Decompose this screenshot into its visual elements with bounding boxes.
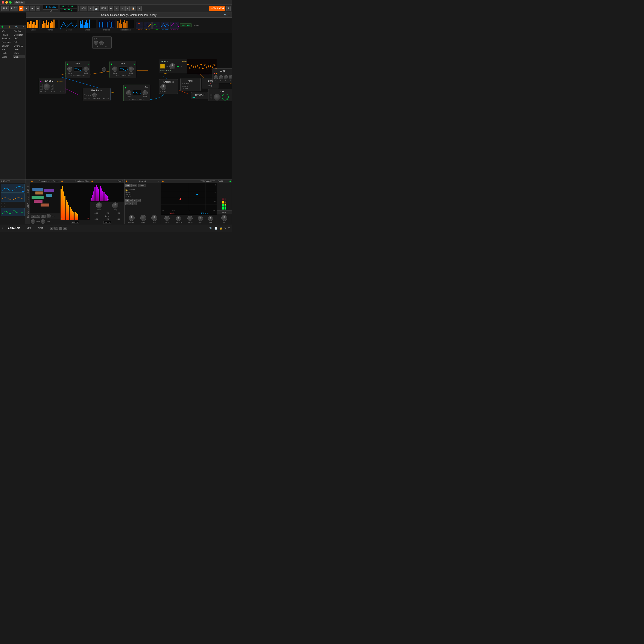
adsr-a-knob[interactable] [214,75,218,79]
sine1-module[interactable]: Sine +1 Skew Fo [65,61,90,78]
svf-knob[interactable] [214,94,220,100]
saw-preview[interactable]: Ø Saw [144,22,152,29]
sidebar-lock-icon[interactable]: 🔒 [8,26,11,28]
env-a-knob[interactable] [94,41,98,45]
sharpness-module[interactable]: Sharpness -6.6 dB [159,79,178,94]
freq-lo[interactable]: 200 Hz [71,221,79,223]
sidebar-item-display[interactable]: Display [13,30,25,33]
status-file-icon[interactable]: 📄 [214,227,217,230]
loop-button[interactable]: ↻ [36,6,40,11]
window-preview[interactable]: Ø Window [170,22,179,29]
pr-block-5[interactable] [44,189,54,192]
copy-button[interactable]: ⎘ [125,6,130,11]
project-thumb-2[interactable] [1,193,25,202]
sidebar-item-mix[interactable]: Mix [1,48,13,51]
sidebar-item-filter[interactable]: Filter [13,41,25,44]
piano-button[interactable]: 🎹 [93,6,99,11]
tm-pitch-knob[interactable] [164,216,170,221]
edit-button[interactable]: EDIT [100,6,108,11]
sidebar-item-pitch[interactable]: Pitch [1,52,13,55]
sag-knob[interactable] [112,202,118,208]
record-button[interactable]: ⏺ [30,6,35,11]
adsr-module[interactable]: ADSR A D S R [213,68,232,83]
bias-knob[interactable] [96,202,102,208]
lfo-knob[interactable] [44,84,50,90]
svf-module[interactable]: SVF ∿ ↗ 2.09 kHz [208,89,232,101]
mixer-module[interactable]: Mixer S 18.0 % -35.5 % -18.2 dB [180,78,201,91]
pr-block-1[interactable] [32,188,43,191]
tm-mix-knob[interactable] [208,216,213,221]
wet-gain-knob[interactable] [129,215,135,221]
stop-button[interactable]: ■ [24,6,29,11]
amp-spectrum[interactable]: L M H [60,183,90,220]
triggers-display[interactable]: Triggers N = 4 [98,20,115,29]
freq-hi[interactable]: 780 Hz [103,221,111,224]
sidebar-item-delayfx[interactable]: Delay/FX [13,44,25,47]
mix-knob[interactable] [151,215,157,221]
minimize-button[interactable] [5,1,8,4]
sine3-skew-knob[interactable] [126,90,131,95]
pr-block-3[interactable] [32,196,44,199]
env-r-knob[interactable] [99,41,104,45]
project-thumb-3[interactable] [1,208,25,216]
sidebar-item-oscillator[interactable]: Oscillator [13,33,25,36]
cab-g-btn[interactable]: G [133,202,137,205]
adsr-r-knob[interactable] [229,75,232,79]
fx-button[interactable]: FX [41,215,46,218]
status-mode2[interactable]: ⊞ [54,227,58,230]
lfo-wave3[interactable]: ∿ [51,84,53,87]
add-button[interactable]: ADD [80,6,87,11]
maximize-button[interactable] [9,1,12,4]
redo-button[interactable]: ↪ [114,6,119,11]
sidebar-item-data[interactable]: Data [13,55,25,58]
cut-button[interactable]: ✂ [120,6,125,11]
adsr-d-knob[interactable] [219,75,223,79]
sidebar-power-icon[interactable]: ⏻ [1,26,3,28]
out-knob[interactable] [47,214,51,218]
cab-d-btn[interactable]: D [137,199,141,202]
sidebar-item-math[interactable]: Math [13,52,25,55]
adsr-s-knob[interactable] [224,75,228,79]
steps-display[interactable] [79,20,96,29]
cab-c-btn[interactable]: C [133,199,137,202]
play-label-button[interactable]: PLAY [10,6,18,11]
plugin-minimize[interactable]: — [221,14,223,16]
sidebar-item-phase[interactable]: Phase [1,33,13,36]
glide-knob[interactable] [41,219,45,224]
cab-b-btn[interactable]: B [129,199,133,202]
eq-display[interactable]: 0 -20 -40 20 100 1k 10k [161,183,217,215]
sidebar-item-shaper[interactable]: Shaper [1,44,13,47]
mix-tab[interactable]: MIX [25,226,33,230]
status-cursor-icon[interactable]: ↖ [224,227,226,230]
window-controls[interactable] [2,1,12,4]
stereo-button[interactable]: Stereo [138,184,146,187]
fold-a-spectrum[interactable]: L M H [90,183,124,202]
tm-threshold-knob[interactable] [176,216,181,221]
status-mode3[interactable]: □ [59,227,62,230]
sh-lfo-module[interactable]: S/H LFO Mod Amt. ⌇⌇ ⌇⌇ ∿ ∿ +8.2 dB [39,78,65,94]
svf-opt2[interactable]: ↗ [210,97,212,100]
cab-a-btn[interactable]: A [125,199,129,202]
sine2-skew-knob[interactable] [112,67,117,72]
pre-button[interactable]: Pre [125,184,131,187]
sharpness-knob[interactable] [160,84,166,90]
pr-block-2[interactable] [35,191,43,194]
pitches-display[interactable] [41,20,58,29]
sidebar-item-logic[interactable]: Logic [1,55,13,58]
pitch-knob-bottom[interactable] [31,219,35,224]
feedbacks-module[interactable]: Feedbacks ♩ ♩ ♩ 24.8 ms Mod Amt. +7.3 dB [83,88,111,101]
sine3-module[interactable]: Sine Skew Fold [123,85,150,101]
paste-button[interactable]: 📋 [131,6,136,11]
svf-opt1[interactable]: ∿ [210,94,212,97]
pulse-preview[interactable]: Ø Pulse [136,22,143,29]
plugin-expand[interactable]: ⛶ [228,14,230,16]
plugin-zoom[interactable]: 🔍 [224,14,227,16]
slopes-display[interactable] [60,20,77,29]
sidebar-item-random[interactable]: Random [1,37,13,40]
sine-preview[interactable]: Ø Sine [152,22,160,29]
note-fx-button[interactable]: Note FX [31,215,40,218]
lfo-wave1[interactable]: ⌇⌇ [40,84,43,87]
lfo-wave2[interactable]: ⌇⌇ [40,87,43,90]
post-button[interactable]: Post [131,184,137,187]
status-mode4[interactable]: ≋ [63,227,67,230]
